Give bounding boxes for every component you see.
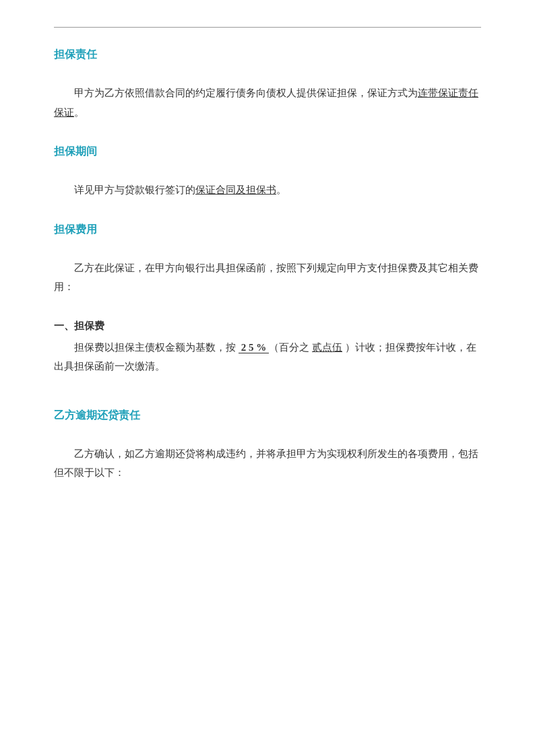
section-body-guarantee-fee-detail: 担保费以担保主债权金额为基数，按 2 5 %（百分之 贰点伍 ）计收；担保费按年… bbox=[54, 338, 481, 376]
section-title-guarantee-responsibility: 担保责任 bbox=[54, 48, 481, 62]
section-guarantee-fee-detail: 一、担保费 担保费以担保主债权金额为基数，按 2 5 %（百分之 贰点伍 ）计收… bbox=[54, 320, 481, 386]
section-body-guarantee-fee: 乙方在此保证，在甲方向银行出具担保函前，按照下列规定向甲方支付担保费及其它相关费… bbox=[54, 259, 481, 297]
section-title-guarantee-period: 担保期间 bbox=[54, 145, 481, 159]
gap8 bbox=[54, 399, 481, 409]
section-guarantee-responsibility: 担保责任 甲方为乙方依照借款合同的约定履行债务向债权人提供保证担保，保证方式为连… bbox=[54, 48, 481, 131]
underline-period-docs: 保证合同及担保书 bbox=[195, 184, 276, 195]
section-title-guarantee-fee: 担保费用 bbox=[54, 223, 481, 237]
percent-value: 2 5 % bbox=[239, 342, 270, 353]
section-body-guarantee-period: 详见甲方与贷款银行签订的保证合同及担保书。 bbox=[54, 180, 481, 200]
percent-chinese: 贰点伍 bbox=[312, 342, 342, 353]
gap7 bbox=[54, 376, 481, 386]
section-guarantee-fee: 担保费用 乙方在此保证，在甲方向银行出具担保函前，按照下列规定向甲方支付担保费及… bbox=[54, 223, 481, 306]
gap5 bbox=[54, 249, 481, 259]
top-divider bbox=[54, 27, 481, 28]
subsection-title-guarantee-fee: 一、担保费 bbox=[54, 320, 481, 333]
section-body-guarantee-responsibility: 甲方为乙方依照借款合同的约定履行债务向债权人提供保证担保，保证方式为连带保证责任… bbox=[54, 83, 481, 122]
section-title-overdue-responsibility: 乙方逾期还贷责任 bbox=[54, 409, 481, 423]
gap9 bbox=[54, 435, 481, 444]
page: 担保责任 甲方为乙方依照借款合同的约定履行债务向债权人提供保证担保，保证方式为连… bbox=[0, 27, 535, 756]
underline-guarantee-type: 连带保证责任保证 bbox=[54, 88, 478, 118]
gap bbox=[54, 74, 481, 83]
section-overdue-responsibility: 乙方逾期还贷责任 乙方确认，如乙方逾期还贷将构成违约，并将承担甲方为实现权利所发… bbox=[54, 399, 481, 483]
gap3 bbox=[54, 171, 481, 180]
gap4 bbox=[54, 200, 481, 209]
gap2 bbox=[54, 122, 481, 131]
section-body-overdue-responsibility: 乙方确认，如乙方逾期还贷将构成违约，并将承担甲方为实现权利所发生的各项费用，包括… bbox=[54, 444, 481, 483]
section-guarantee-period: 担保期间 详见甲方与贷款银行签订的保证合同及担保书。 bbox=[54, 145, 481, 209]
gap6 bbox=[54, 297, 481, 306]
